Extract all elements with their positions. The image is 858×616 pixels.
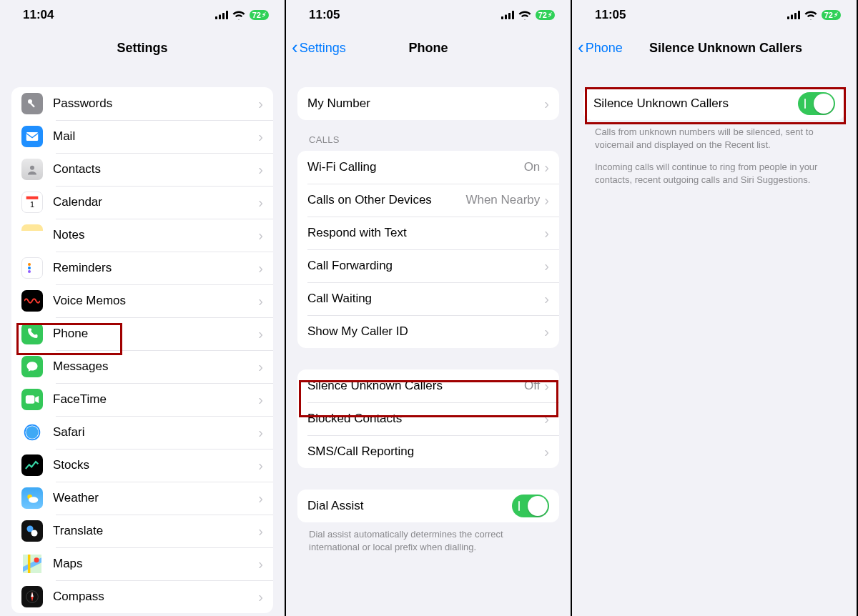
svg-rect-2 <box>222 13 225 19</box>
settings-row-stocks[interactable]: Stocks› <box>11 449 273 482</box>
chevron-left-icon: ‹ <box>292 38 298 56</box>
settings-row-safari[interactable]: Safari› <box>11 416 273 449</box>
settings-row-phone[interactable]: Phone› <box>11 317 273 350</box>
silence-row-1[interactable]: Blocked Contacts› <box>297 402 559 435</box>
settings-row-mail[interactable]: Mail› <box>11 120 273 153</box>
row-label: Dial Assist <box>307 499 512 513</box>
mail-icon <box>21 126 43 147</box>
settings-row-voicememos[interactable]: Voice Memos› <box>11 284 273 317</box>
silence-unknown-callers-row[interactable]: Silence Unknown Callers <box>583 87 845 120</box>
chevron-right-icon: › <box>544 160 549 174</box>
translate-icon <box>21 520 43 542</box>
svg-rect-3 <box>226 11 228 19</box>
svg-rect-24 <box>501 16 503 19</box>
svg-point-11 <box>28 267 31 269</box>
row-label: Calls on Other Devices <box>307 193 465 207</box>
status-time: 11:05 <box>309 8 340 22</box>
chevron-right-icon: › <box>258 327 263 341</box>
row-label: Passwords <box>53 96 258 111</box>
chevron-right-icon: › <box>258 491 263 505</box>
chevron-right-icon: › <box>544 193 549 207</box>
settings-row-notes[interactable]: Notes› <box>11 219 273 252</box>
wifi-icon <box>804 11 817 20</box>
chevron-right-icon: › <box>258 195 263 209</box>
chevron-right-icon: › <box>544 226 549 240</box>
settings-row-calendar[interactable]: 1Calendar› <box>11 186 273 219</box>
row-value: Off <box>524 379 540 393</box>
row-label: Call Waiting <box>307 292 544 306</box>
chevron-right-icon: › <box>258 261 263 275</box>
chevron-right-icon: › <box>258 96 263 111</box>
settings-row-compass[interactable]: Compass› <box>11 580 273 613</box>
settings-row-messages[interactable]: Messages› <box>11 350 273 383</box>
page-title: Phone <box>408 41 448 56</box>
status-time: 11:04 <box>23 8 54 22</box>
screen-phone-settings: 11:05 72⚡︎ ‹ Settings Phone My Number› C… <box>286 0 572 616</box>
dial-assist-row-0[interactable]: Dial Assist <box>297 490 559 522</box>
calls-row-1[interactable]: Calls on Other DevicesWhen Nearby› <box>297 184 559 217</box>
chevron-right-icon: › <box>258 359 263 374</box>
row-label: Notes <box>53 228 258 242</box>
silence-blocked-group: Silence Unknown CallersOff›Blocked Conta… <box>297 369 559 468</box>
reminders-icon <box>21 257 43 279</box>
settings-row-passwords[interactable]: Passwords› <box>11 87 273 120</box>
chevron-right-icon: › <box>544 324 549 339</box>
svg-point-7 <box>30 166 34 170</box>
silence-description-1: Calls from unknown numbers will be silen… <box>583 120 845 151</box>
chevron-right-icon: › <box>258 392 263 407</box>
my-number-row-0[interactable]: My Number› <box>297 87 559 120</box>
row-label: My Number <box>307 96 544 111</box>
settings-row-reminders[interactable]: Reminders› <box>11 252 273 284</box>
settings-row-translate[interactable]: Translate› <box>11 515 273 547</box>
charging-bolt-icon: ⚡︎ <box>834 11 838 19</box>
silence-row-2[interactable]: SMS/Call Reporting› <box>297 435 559 468</box>
row-label: Call Forwarding <box>307 259 544 273</box>
svg-point-10 <box>28 263 31 266</box>
settings-apps-group: Passwords›Mail›Contacts›1Calendar›Notes›… <box>11 87 273 613</box>
wifi-icon <box>232 11 245 20</box>
dial-assist-group: Dial Assist <box>297 490 559 522</box>
calls-row-0[interactable]: Wi-Fi CallingOn› <box>297 151 559 184</box>
row-label: Contacts <box>53 162 258 177</box>
svg-point-12 <box>28 270 31 273</box>
silence-row-0[interactable]: Silence Unknown CallersOff› <box>297 369 559 402</box>
svg-text:1: 1 <box>30 200 34 209</box>
my-number-group: My Number› <box>297 87 559 120</box>
safari-icon <box>21 422 43 443</box>
cellular-signal-icon <box>501 11 514 19</box>
weather-icon <box>21 487 43 509</box>
charging-bolt-icon: ⚡︎ <box>262 11 266 19</box>
status-bar: 11:05 72⚡︎ <box>286 0 571 30</box>
calls-row-4[interactable]: Call Waiting› <box>297 282 559 315</box>
calls-row-2[interactable]: Respond with Text› <box>297 217 559 249</box>
back-label: Settings <box>300 41 346 56</box>
chevron-right-icon: › <box>258 228 263 242</box>
calls-row-5[interactable]: Show My Caller ID› <box>297 315 559 348</box>
chevron-right-icon: › <box>544 412 549 426</box>
chevron-right-icon: › <box>258 458 263 472</box>
svg-rect-0 <box>215 16 217 19</box>
nav-bar: ‹ Phone Silence Unknown Callers <box>572 30 857 66</box>
row-label: Stocks <box>53 458 258 472</box>
chevron-right-icon: › <box>258 129 263 144</box>
battery-percent: 72 <box>538 11 547 19</box>
row-label: SMS/Call Reporting <box>307 444 544 459</box>
screen-settings: 11:04 72⚡︎ Settings Passwords›Mail›Conta… <box>0 0 286 616</box>
row-label: Translate <box>53 524 258 538</box>
chevron-right-icon: › <box>258 425 263 439</box>
back-button[interactable]: ‹ Phone <box>578 30 623 66</box>
calls-row-3[interactable]: Call Forwarding› <box>297 249 559 282</box>
settings-row-maps[interactable]: Maps› <box>11 547 273 580</box>
dial-assist-toggle[interactable] <box>512 495 549 517</box>
svg-rect-27 <box>512 11 514 19</box>
maps-icon <box>21 553 43 575</box>
chevron-right-icon: › <box>544 292 549 306</box>
settings-row-weather[interactable]: Weather› <box>11 482 273 515</box>
back-button[interactable]: ‹ Settings <box>292 30 346 66</box>
silence-unknown-callers-toggle[interactable] <box>798 92 835 115</box>
settings-row-contacts[interactable]: Contacts› <box>11 153 273 186</box>
svg-rect-13 <box>26 395 35 404</box>
stocks-icon <box>21 454 43 476</box>
settings-row-facetime[interactable]: FaceTime› <box>11 383 273 416</box>
contacts-icon <box>21 159 43 180</box>
